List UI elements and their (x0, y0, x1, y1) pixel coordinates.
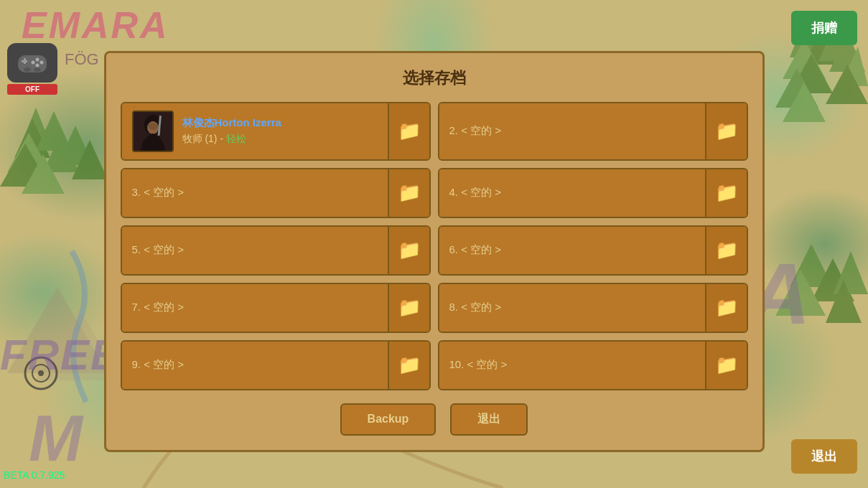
beta-version: BETA 0.7.925 (4, 469, 65, 481)
char-name-1: 林俊杰Horton Izerra (182, 116, 378, 130)
slot-main-7[interactable]: 7. < 空的 > (122, 284, 388, 332)
corner-quit-button[interactable]: 退出 (791, 439, 857, 474)
slot-label-3: 3. < 空的 > (132, 186, 185, 200)
slot-character-1: 林俊杰Horton Izerra 牧师 (1) - 轻松 (132, 111, 378, 152)
gamepad-area: OFF (7, 43, 57, 95)
slot-row-2: 2. < 空的 > 📁 (438, 102, 748, 161)
slot-row-5: 5. < 空的 > 📁 (121, 225, 431, 276)
slot-folder-10[interactable]: 📁 (705, 342, 747, 389)
gamepad-icon (7, 43, 57, 83)
char-difficulty-1: 轻松 (226, 133, 246, 144)
slot-row-4: 4. < 空的 > 📁 (438, 168, 748, 218)
slot-folder-5[interactable]: 📁 (388, 227, 429, 274)
save-select-modal: 选择存档 (104, 51, 765, 452)
slot-main-2[interactable]: 2. < 空的 > (439, 103, 705, 159)
donate-button[interactable]: 捐赠 (791, 11, 857, 45)
slot-label-8: 8. < 空的 > (449, 301, 502, 314)
slot-label-2: 2. < 空的 > (449, 124, 502, 138)
slot-folder-1[interactable]: 📁 (388, 103, 429, 159)
slot-label-10: 10. < 空的 > (449, 358, 508, 372)
folder-icon-5: 📁 (398, 239, 421, 261)
modal-title: 选择存档 (121, 67, 748, 89)
slot-row-9: 9. < 空的 > 📁 (121, 340, 431, 390)
slot-main-4[interactable]: 4. < 空的 > (439, 169, 705, 217)
slot-label-5: 5. < 空的 > (132, 243, 185, 257)
slot-main-1[interactable]: 林俊杰Horton Izerra 牧师 (1) - 轻松 (122, 103, 388, 159)
slot-folder-9[interactable]: 📁 (388, 342, 429, 389)
slot-main-3[interactable]: 3. < 空的 > (122, 169, 388, 217)
char-class-1: 牧师 (1) - 轻松 (182, 133, 378, 146)
slot-label-7: 7. < 空的 > (132, 301, 185, 314)
slot-folder-2[interactable]: 📁 (705, 103, 747, 159)
slot-row-6: 6. < 空的 > 📁 (438, 225, 748, 276)
folder-icon-9: 📁 (398, 354, 421, 376)
svg-point-32 (36, 57, 39, 61)
slot-main-10[interactable]: 10. < 空的 > (439, 342, 705, 389)
modal-buttons: Backup 退出 (121, 403, 748, 436)
modal-quit-button[interactable]: 退出 (450, 403, 528, 436)
slot-main-9[interactable]: 9. < 空的 > (122, 342, 388, 389)
svg-rect-31 (24, 58, 26, 64)
slot-label-9: 9. < 空的 > (132, 358, 185, 372)
svg-point-34 (36, 63, 39, 67)
svg-point-41 (148, 123, 158, 130)
slot-folder-8[interactable]: 📁 (705, 284, 747, 332)
slot-row-8: 8. < 空的 > 📁 (438, 283, 748, 333)
gamepad-svg (14, 50, 50, 77)
svg-point-35 (32, 60, 35, 64)
slot-folder-4[interactable]: 📁 (705, 169, 747, 217)
folder-icon-1: 📁 (398, 120, 421, 142)
character-portrait (134, 112, 172, 151)
folder-icon-10: 📁 (715, 354, 738, 376)
folder-icon-4: 📁 (715, 182, 738, 204)
folder-icon-3: 📁 (398, 182, 421, 204)
slot-folder-6[interactable]: 📁 (705, 227, 747, 274)
char-info-1: 林俊杰Horton Izerra 牧师 (1) - 轻松 (182, 116, 378, 146)
slot-row-3: 3. < 空的 > 📁 (121, 168, 431, 218)
slot-label-6: 6. < 空的 > (449, 243, 502, 257)
folder-icon-6: 📁 (715, 239, 738, 261)
slot-row-7: 7. < 空的 > 📁 (121, 283, 431, 333)
slot-row-1: 林俊杰Horton Izerra 牧师 (1) - 轻松 📁 (121, 102, 431, 161)
slot-main-5[interactable]: 5. < 空的 > (122, 227, 388, 274)
folder-icon-7: 📁 (398, 296, 421, 319)
folder-icon-8: 📁 (715, 296, 738, 319)
slot-row-10: 10. < 空的 > 📁 (438, 340, 748, 390)
slot-main-6[interactable]: 6. < 空的 > (439, 227, 705, 274)
svg-point-36 (24, 67, 31, 72)
char-avatar-1 (132, 111, 174, 152)
slot-main-8[interactable]: 8. < 空的 > (439, 284, 705, 332)
folder-icon-2: 📁 (715, 120, 738, 142)
svg-point-33 (40, 60, 44, 64)
backup-button[interactable]: Backup (340, 403, 437, 436)
slot-folder-7[interactable]: 📁 (388, 284, 429, 332)
slot-folder-3[interactable]: 📁 (388, 169, 429, 217)
slot-label-4: 4. < 空的 > (449, 186, 502, 200)
slots-grid: 林俊杰Horton Izerra 牧师 (1) - 轻松 📁 2. < 空的 > (121, 102, 748, 390)
gamepad-off-badge: OFF (7, 84, 57, 95)
modal-overlay: 选择存档 (0, 0, 868, 488)
svg-point-37 (34, 67, 41, 72)
